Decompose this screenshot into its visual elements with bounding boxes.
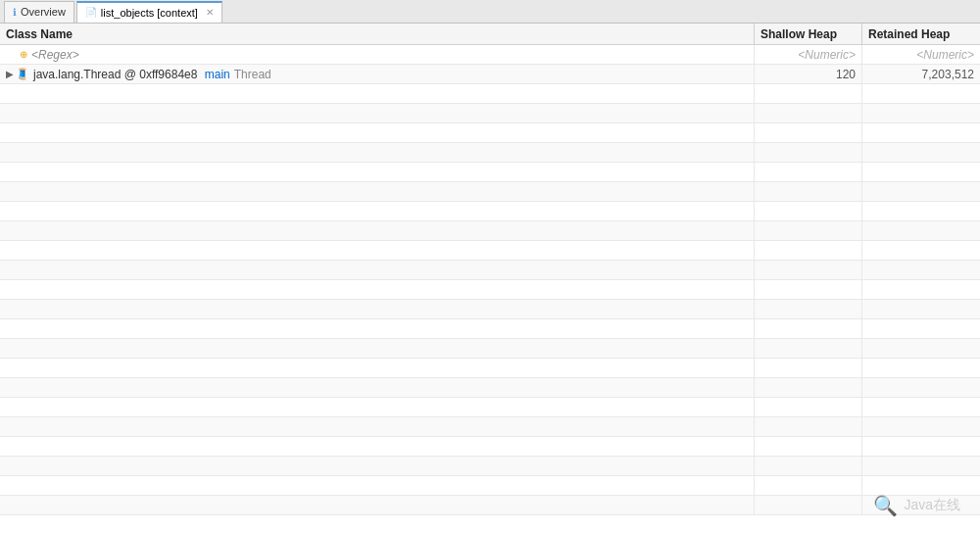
empty-row [0, 319, 980, 339]
empty-row [0, 417, 980, 437]
table-header: Class Name Shallow Heap Retained Heap [0, 24, 980, 45]
empty-row [0, 339, 980, 359]
empty-row [0, 241, 980, 261]
regex-placeholder: <Regex> [31, 48, 79, 62]
empty-row [0, 359, 980, 378]
empty-row [0, 202, 980, 221]
filter-shallow-cell[interactable]: <Numeric> [755, 45, 862, 64]
thread-tag: Thread [234, 68, 271, 81]
filter-icon: ⊕ [20, 49, 27, 60]
table-row[interactable]: ▶ 🧵 java.lang.Thread @ 0xff9684e8 main T… [0, 65, 980, 84]
empty-row [0, 104, 980, 123]
overview-icon: ℹ [13, 7, 17, 18]
tab-bar: ℹ Overview 📄 list_objects [context] ✕ [0, 0, 980, 24]
empty-row [0, 143, 980, 163]
empty-row [0, 163, 980, 182]
shallow-heap-cell: 120 [755, 65, 862, 83]
empty-row [0, 182, 980, 202]
empty-row [0, 496, 980, 515]
tab-list-objects[interactable]: 📄 list_objects [context] ✕ [76, 1, 222, 23]
thread-icon: 🧵 [16, 68, 29, 80]
empty-row [0, 457, 980, 476]
tab-overview[interactable]: ℹ Overview [4, 1, 74, 23]
empty-row [0, 300, 980, 319]
empty-row [0, 476, 980, 496]
empty-row [0, 280, 980, 300]
table-body: ⊕ <Regex> <Numeric> <Numeric> ▶ 🧵 java.l… [0, 45, 980, 533]
filter-row[interactable]: ⊕ <Regex> <Numeric> <Numeric> [0, 45, 980, 65]
empty-row [0, 398, 980, 417]
empty-row [0, 84, 980, 104]
main-content: Class Name Shallow Heap Retained Heap ⊕ … [0, 24, 980, 533]
empty-row [0, 221, 980, 241]
filter-class-name-cell[interactable]: ⊕ <Regex> [0, 45, 755, 64]
thread-label-main: main [201, 68, 229, 81]
col-header-shallow-heap: Shallow Heap [755, 24, 862, 44]
class-name-cell: ▶ 🧵 java.lang.Thread @ 0xff9684e8 main T… [0, 65, 755, 83]
list-objects-icon: 📄 [85, 7, 97, 18]
empty-row [0, 437, 980, 457]
tab-overview-label: Overview [21, 6, 66, 18]
empty-row [0, 378, 980, 398]
retained-heap-cell: 7,203,512 [862, 65, 980, 83]
col-header-class-name: Class Name [0, 24, 755, 44]
empty-row [0, 123, 980, 143]
col-header-retained-heap: Retained Heap [862, 24, 980, 44]
expand-arrow-icon[interactable]: ▶ [6, 69, 14, 79]
tab-list-objects-label: list_objects [context] [101, 7, 198, 19]
tab-close-icon[interactable]: ✕ [206, 7, 214, 18]
filter-retained-cell[interactable]: <Numeric> [862, 45, 980, 64]
empty-row [0, 261, 980, 280]
thread-class-name: java.lang.Thread @ 0xff9684e8 [33, 68, 197, 81]
